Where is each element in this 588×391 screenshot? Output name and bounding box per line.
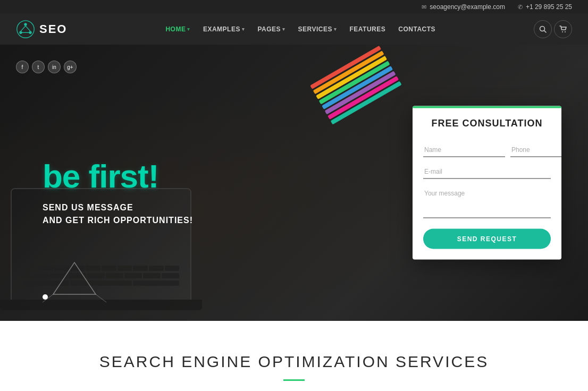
search-button[interactable] bbox=[534, 20, 552, 38]
svg-point-1 bbox=[24, 23, 27, 26]
social-bar: f t in g+ bbox=[16, 61, 77, 73]
name-input[interactable] bbox=[423, 143, 505, 157]
chevron-icon: ▾ bbox=[334, 27, 337, 32]
carousel-dot-1[interactable] bbox=[43, 294, 48, 300]
hero-section: be first! SEND US MESSAGE AND GET RICH O… bbox=[0, 45, 588, 321]
phone-icon: ✆ bbox=[518, 4, 523, 11]
top-bar: ✉ seoagency@example.com ✆ +1 29 895 25 2… bbox=[0, 0, 588, 14]
googleplus-button[interactable]: g+ bbox=[64, 61, 77, 73]
hero-title: be first! bbox=[43, 160, 193, 193]
logo[interactable]: SEO bbox=[16, 20, 67, 39]
logo-icon bbox=[16, 20, 35, 39]
chevron-icon: ▾ bbox=[242, 27, 245, 32]
nav-item-home[interactable]: HOME ▾ bbox=[160, 21, 196, 37]
email-address: seoagency@example.com bbox=[430, 3, 505, 11]
consultation-title: FREE CONSULTATION bbox=[423, 118, 551, 129]
header: SEO HOME ▾ EXAMPLES ▾ PAGES ▾ SERVICES ▾… bbox=[0, 14, 588, 45]
svg-point-10 bbox=[565, 31, 566, 32]
below-hero-section: SEARCH ENGINE OPTIMIZATION SERVICES We a… bbox=[0, 321, 588, 391]
main-nav: HOME ▾ EXAMPLES ▾ PAGES ▾ SERVICES ▾ FEA… bbox=[160, 21, 441, 37]
twitter-button[interactable]: t bbox=[32, 61, 45, 73]
chevron-icon: ▾ bbox=[282, 27, 285, 32]
carousel-indicator bbox=[43, 294, 48, 300]
facebook-button[interactable]: f bbox=[16, 61, 29, 73]
name-phone-row bbox=[423, 143, 551, 157]
message-input[interactable] bbox=[423, 186, 551, 218]
email-contact: ✉ seoagency@example.com bbox=[422, 3, 505, 11]
nav-item-pages[interactable]: PAGES ▾ bbox=[252, 21, 290, 37]
svg-line-5 bbox=[26, 26, 30, 31]
email-input[interactable] bbox=[423, 165, 551, 179]
svg-marker-11 bbox=[53, 262, 96, 294]
logo-text: SEO bbox=[39, 22, 67, 36]
header-icons bbox=[534, 20, 572, 38]
send-request-button[interactable]: SEND REQUEST bbox=[423, 229, 551, 249]
svg-line-13 bbox=[96, 294, 106, 302]
phone-contact: ✆ +1 29 895 25 25 bbox=[518, 3, 572, 11]
consultation-header: FREE CONSULTATION bbox=[413, 106, 561, 135]
email-icon: ✉ bbox=[422, 4, 426, 11]
section-divider bbox=[283, 379, 305, 381]
svg-point-9 bbox=[562, 31, 563, 32]
nav-item-services[interactable]: SERVICES ▾ bbox=[293, 21, 342, 37]
cart-button[interactable] bbox=[554, 20, 572, 38]
nav-item-contacts[interactable]: CONTACTS bbox=[393, 21, 441, 37]
section-title: SEARCH ENGINE OPTIMIZATION SERVICES bbox=[16, 353, 572, 371]
chevron-icon: ▾ bbox=[187, 27, 190, 32]
linkedin-button[interactable]: in bbox=[48, 61, 61, 73]
hero-subtitle: SEND US MESSAGE AND GET RICH OPPORTUNITI… bbox=[43, 201, 193, 227]
svg-line-4 bbox=[21, 26, 26, 31]
nav-item-features[interactable]: FEATURES bbox=[345, 21, 391, 37]
hero-content: be first! SEND US MESSAGE AND GET RICH O… bbox=[0, 139, 193, 227]
geo-decoration bbox=[43, 252, 106, 305]
consultation-card: FREE CONSULTATION SEND REQUEST bbox=[413, 106, 561, 260]
phone-number: +1 29 895 25 25 bbox=[526, 3, 572, 11]
phone-input[interactable] bbox=[510, 143, 561, 157]
svg-line-8 bbox=[544, 31, 546, 33]
consultation-body: SEND REQUEST bbox=[413, 135, 561, 260]
nav-item-examples[interactable]: EXAMPLES ▾ bbox=[198, 21, 250, 37]
